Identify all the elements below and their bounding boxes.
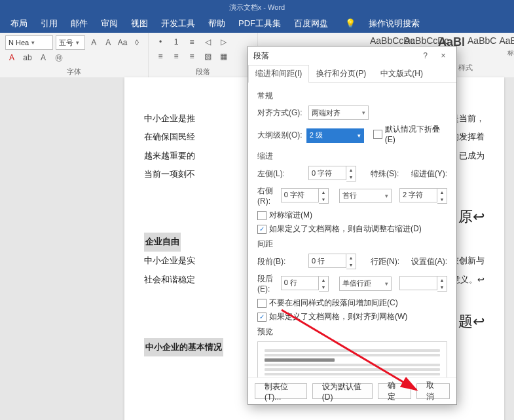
highlight-button[interactable]: ab (21, 51, 34, 64)
cancel-button[interactable]: 取消 (416, 383, 450, 399)
special-combo[interactable]: 首行▾ (339, 189, 392, 203)
dialog-footer: 制表位(T)... 设为默认值(D) 确定 取消 (248, 377, 456, 404)
titlebar: 演示文档x - Word (0, 0, 514, 14)
enclose-char-button[interactable]: ㊞ (52, 51, 65, 64)
no-same-space-label: 不要在相同样式的段落间增加间距(C) (269, 297, 398, 309)
snap-grid-label: 如果定义了文档网格，则对齐到网格(W) (269, 311, 407, 322)
section-preview: 预览 (257, 326, 447, 337)
dialog-tabs: 缩进和间距(I) 换行和分页(P) 中文版式(H) (248, 65, 456, 83)
chevron-down-icon: ▾ (358, 132, 361, 139)
multilevel-button[interactable]: ≡ (185, 35, 198, 48)
indent-left-label: 左侧(L): (257, 168, 304, 180)
doc-heading: 中小企业的基本情况 (144, 338, 223, 357)
tab-review[interactable]: 审阅 (94, 14, 124, 33)
ribbon-group-paragraph: • 1 ≡ ◁ ▷ ≡ ≡ ≡ ▧ ▦ 段落 (149, 33, 258, 77)
increase-indent-button[interactable]: ▷ (217, 35, 230, 48)
fold-checkbox[interactable] (373, 130, 382, 139)
align-left-button[interactable]: ≡ (154, 50, 167, 63)
outline-label: 大纲级别(O): (257, 130, 303, 141)
special-by-spin[interactable]: 2 字符▲▼ (399, 188, 447, 204)
tab-references[interactable]: 引用 (34, 14, 64, 33)
space-after-label: 段后(E): (257, 273, 277, 294)
chevron-down-icon: ▾ (362, 109, 365, 116)
font-color-button[interactable]: A (5, 51, 18, 64)
alignment-label: 对齐方式(G): (257, 107, 304, 119)
style-item[interactable]: AaBbC标题 (499, 35, 514, 58)
chevron-down-icon: ▾ (76, 39, 79, 46)
at-label: 设置值(A): (411, 256, 447, 267)
char-shading-button[interactable]: A (37, 51, 50, 64)
space-after-spin[interactable]: 0 行▲▼ (281, 276, 329, 292)
ribbon-group-label: 段落 (149, 67, 257, 77)
at-spin[interactable]: ▲▼ (399, 276, 447, 292)
tabs-button[interactable]: 制表位(T)... (255, 383, 307, 399)
font-size-combo[interactable]: 五号▾ (56, 35, 86, 50)
space-before-label: 段前(B): (257, 256, 304, 267)
section-spacing: 间距 (257, 239, 447, 250)
mirror-indent-checkbox[interactable] (257, 211, 266, 220)
close-button[interactable]: × (435, 51, 451, 60)
numbering-button[interactable]: 1 (170, 35, 183, 48)
tab-mailings[interactable]: 邮件 (64, 14, 94, 33)
align-center-button[interactable]: ≡ (170, 50, 183, 63)
tab-view[interactable]: 视图 (124, 14, 155, 33)
doc-heading: 企业自由 (144, 233, 181, 252)
tab-layout[interactable]: 布局 (4, 14, 34, 33)
borders-button[interactable]: ▦ (217, 50, 230, 63)
tab-asian[interactable]: 中文版式(H) (373, 65, 430, 83)
indent-right-label: 右侧(R): (257, 185, 277, 206)
fold-label: 默认情况下折叠(E) (385, 124, 447, 144)
section-general: 常规 (257, 90, 447, 102)
ribbon-group-font: N Hea▾ 五号▾ A A Aa ◊ A ab A ㊞ 字体 (0, 33, 149, 77)
tab-indent-spacing[interactable]: 缩进和间距(I) (248, 65, 309, 83)
tab-baidu[interactable]: 百度网盘 (287, 14, 335, 33)
ok-button[interactable]: 确定 (378, 383, 411, 399)
shrink-font-button[interactable]: A (102, 36, 114, 49)
no-same-space-checkbox[interactable] (257, 299, 266, 308)
preview-box (257, 341, 447, 377)
set-default-button[interactable]: 设为默认值(D) (312, 383, 373, 399)
change-case-button[interactable]: Aa (117, 36, 128, 49)
align-right-button[interactable]: ≡ (185, 50, 198, 63)
special-label: 特殊(S): (371, 168, 399, 180)
indent-left-spin[interactable]: 0 字符▲▼ (308, 166, 356, 181)
autogrid-label: 如果定义了文档网格，则自动调整右缩进(D) (269, 223, 422, 235)
line-spacing-label: 行距(N): (371, 256, 399, 267)
paragraph-dialog: 段落 ? × 缩进和间距(I) 换行和分页(P) 中文版式(H) 常规 对齐方式… (248, 46, 457, 405)
shading-button[interactable]: ▧ (201, 50, 214, 63)
style-item[interactable]: AaBbC (468, 35, 496, 48)
autogrid-checkbox[interactable]: ✓ (257, 225, 266, 234)
space-before-spin[interactable]: 0 行▲▼ (308, 254, 356, 269)
decrease-indent-button[interactable]: ◁ (201, 35, 214, 48)
tell-me-search[interactable]: 操作说明搜索 (362, 14, 426, 33)
special-by-label: 缩进值(Y): (411, 168, 447, 180)
alignment-combo[interactable]: 两端对齐▾ (308, 105, 369, 120)
clear-format-button[interactable]: ◊ (131, 36, 143, 49)
tab-developer[interactable]: 开发工具 (155, 14, 202, 33)
chevron-down-icon: ▾ (385, 193, 388, 199)
snap-grid-checkbox[interactable]: ✓ (257, 313, 266, 322)
ribbon-tabs: 布局 引用 邮件 审阅 视图 开发工具 帮助 PDF工具集 百度网盘 💡 操作说… (0, 14, 514, 33)
ribbon-group-label: 样式 (458, 63, 473, 73)
chevron-down-icon: ▾ (385, 280, 388, 287)
dialog-body: 常规 对齐方式(G): 两端对齐▾ 大纲级别(O): 2 级▾ 默认情况下折叠(… (248, 83, 456, 377)
line-spacing-combo[interactable]: 单倍行距▾ (339, 277, 392, 291)
tab-help[interactable]: 帮助 (202, 14, 232, 33)
tell-me-icon: 💡 (339, 14, 362, 33)
tab-pdf[interactable]: PDF工具集 (232, 14, 287, 33)
mirror-indent-label: 对称缩进(M) (269, 210, 312, 221)
grow-font-button[interactable]: A (88, 36, 100, 49)
indent-right-spin[interactable]: 0 字符▲▼ (281, 188, 329, 204)
dialog-titlebar: 段落 ? × (248, 47, 456, 65)
help-button[interactable]: ? (418, 51, 433, 60)
font-family-combo[interactable]: N Hea▾ (5, 35, 53, 50)
outline-level-combo[interactable]: 2 级▾ (306, 128, 364, 143)
chevron-down-icon: ▾ (31, 39, 35, 46)
dialog-title: 段落 (253, 50, 269, 62)
ribbon-group-label: 字体 (0, 67, 148, 77)
bullets-button[interactable]: • (154, 35, 167, 48)
section-indent: 缩进 (257, 151, 447, 162)
tab-line-breaks[interactable]: 换行和分页(P) (309, 65, 373, 83)
